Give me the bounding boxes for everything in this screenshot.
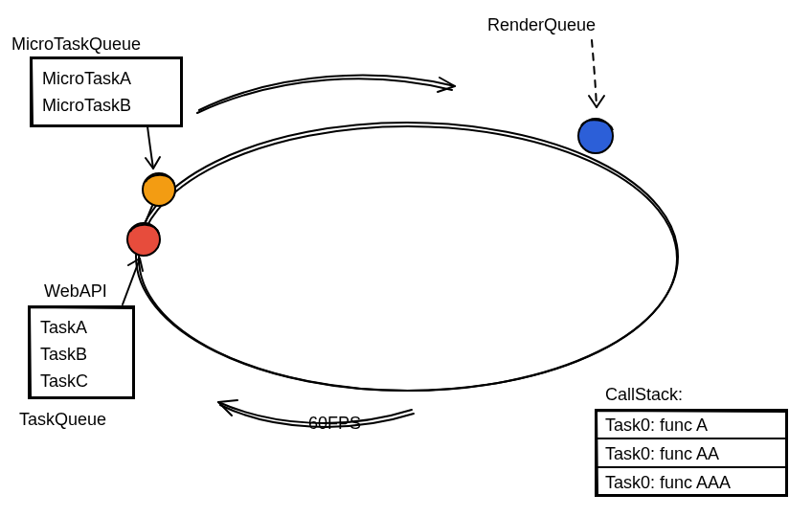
- render-queue-title: RenderQueue: [487, 15, 596, 34]
- microtask-item: MicroTaskB: [42, 96, 131, 115]
- microtask-node: [143, 173, 175, 206]
- loop-arrow-top: [197, 76, 455, 113]
- callstack-title: CallStack:: [605, 385, 683, 404]
- callstack-entry: Task0: func AAA: [605, 473, 731, 492]
- task-item: TaskB: [40, 345, 87, 364]
- event-loop-diagram: 60FPS RenderQueue MicroTaskQueue MicroTa…: [0, 0, 812, 517]
- render-queue-node: [578, 119, 613, 153]
- render-queue-arrow: [592, 40, 597, 107]
- task-item: TaskA: [40, 318, 87, 337]
- svg-point-1: [139, 126, 677, 391]
- callstack-entry: Task0: func A: [605, 416, 708, 435]
- microtask-to-orange-arrow: [146, 126, 160, 169]
- fps-label: 60FPS: [308, 414, 361, 433]
- task-node: [127, 223, 160, 256]
- microtask-queue-box: [31, 57, 182, 126]
- microtask-queue-title: MicroTaskQueue: [11, 34, 141, 54]
- svg-point-0: [136, 123, 678, 391]
- callstack-entry: Task0: func AA: [605, 444, 719, 463]
- task-queue-title: TaskQueue: [19, 410, 106, 429]
- task-item: TaskC: [40, 371, 88, 391]
- event-loop-ellipse: [136, 123, 678, 391]
- microtask-item: MicroTaskA: [42, 69, 131, 88]
- webapi-title: WebAPI: [44, 281, 107, 301]
- svg-rect-3: [31, 57, 182, 126]
